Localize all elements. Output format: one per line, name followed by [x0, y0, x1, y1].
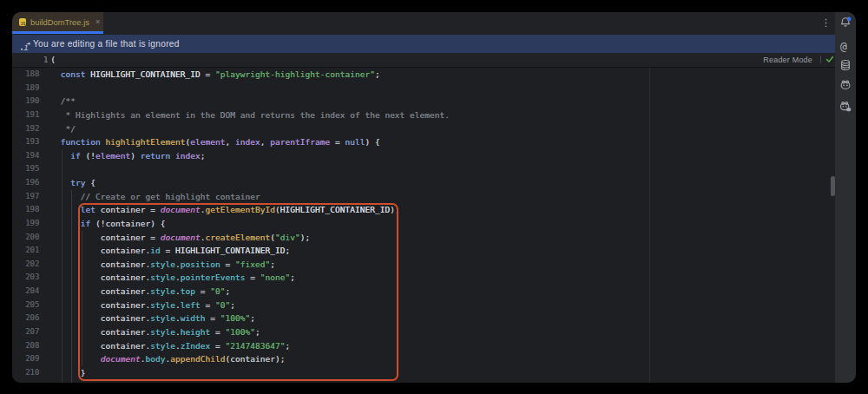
token: "div" — [275, 233, 300, 242]
token: = — [206, 313, 220, 323]
sticky-row: 1( — [12, 53, 836, 67]
token: container. — [50, 286, 150, 296]
token: // Create or get highlight container — [50, 192, 260, 201]
token: (! — [81, 151, 95, 161]
token: ; — [270, 259, 275, 269]
code-text: // Create or get highlight container — [50, 190, 260, 204]
code-line-208: 208 container.style.zIndex = "2147483647… — [12, 339, 836, 353]
token: (!container) { — [90, 219, 165, 228]
code-line-194: 194 if (!element) return index; — [12, 149, 836, 163]
robot-face-icon[interactable] — [839, 79, 852, 91]
token: (container); — [225, 354, 285, 364]
token: body — [146, 354, 166, 364]
robot-chat-icon[interactable] — [839, 101, 852, 113]
code-text: const HIGHLIGHT_CONTAINER_ID = "playwrig… — [50, 68, 379, 82]
code-text: container.style.position = "fixed"; — [50, 258, 275, 272]
reader-mode-widget[interactable]: Reader Mode — [763, 53, 834, 67]
token: container. — [50, 273, 150, 282]
token: "2147483647" — [226, 341, 286, 351]
indent-guide-col6 — [82, 231, 82, 366]
code-text: container.style.left = "0"; — [50, 299, 235, 312]
token: */ — [50, 124, 76, 134]
code-text: try { — [50, 176, 95, 190]
token: "none" — [260, 273, 291, 282]
token: "0" — [210, 286, 225, 296]
tab-close-icon[interactable]: × — [95, 18, 100, 26]
token: ) — [130, 151, 141, 161]
token: null — [345, 137, 365, 147]
token: style — [150, 327, 175, 337]
token: ; — [285, 246, 290, 255]
token: container. — [50, 246, 150, 255]
token: getElementById — [206, 205, 275, 214]
code-rows: 188 const HIGHLIGHT_CONTAINER_ID = "play… — [12, 68, 836, 379]
token: ); — [300, 233, 311, 242]
token: parentIframe — [270, 137, 330, 147]
token: createElement — [205, 233, 270, 242]
code-line-196: 196 try { — [12, 176, 836, 190]
editor-area[interactable]: 1( Reader Mode 188 const HIGHLIGHT_CONTA… — [12, 53, 836, 384]
code-line-190: 190 /** — [12, 95, 836, 108]
code-text: */ — [50, 122, 76, 136]
line-number: 197 — [12, 190, 40, 204]
widget-separator — [820, 56, 821, 63]
ignored-file-banner: i You are editing a file that is ignored — [12, 35, 836, 53]
token: = — [201, 69, 215, 79]
token: = — [330, 137, 345, 147]
right-tool-stripe: @ — [835, 12, 856, 383]
token: container. — [50, 259, 150, 269]
code-text: * Highlights an element in the DOM and r… — [50, 108, 450, 122]
line-number: 203 — [12, 271, 40, 285]
inspection-ok-icon[interactable] — [825, 56, 834, 63]
token: "fixed" — [235, 259, 270, 269]
token: if — [70, 151, 81, 161]
tab-builddomtree[interactable]: JS buildDomTree.js × — [12, 12, 103, 32]
sticky-line-code: ( — [50, 53, 56, 67]
token: , — [225, 137, 235, 147]
token: zIndex — [181, 341, 211, 351]
line-number: 210 — [12, 366, 40, 380]
tab-options-kebab-icon[interactable]: ⋮ — [820, 16, 832, 30]
token: style — [150, 286, 175, 296]
code-line-198: 198 let container = document.getElementB… — [12, 203, 836, 217]
token: document — [101, 354, 141, 364]
token: ; — [255, 327, 260, 337]
token: "100%" — [226, 327, 256, 337]
line-number: 207 — [12, 325, 40, 339]
token: left — [181, 300, 201, 310]
code-line-201: 201 container.id = HIGHLIGHT_CONTAINER_I… — [12, 244, 836, 258]
token: = — [210, 341, 225, 351]
token: pointerEvents — [181, 273, 246, 282]
database-icon[interactable] — [839, 59, 852, 71]
code-line-188: 188 const HIGHLIGHT_CONTAINER_ID = "play… — [12, 68, 836, 82]
code-line-209: 209 document.body.appendChild(container)… — [12, 352, 836, 366]
line-number: 188 — [12, 68, 40, 82]
right-margin-guide — [649, 68, 650, 383]
reader-mode-label: Reader Mode — [763, 56, 812, 64]
token: ; — [201, 151, 206, 161]
line-number: 196 — [12, 176, 40, 190]
token: = — [210, 327, 225, 337]
sticky-line: 1( Reader Mode — [12, 53, 836, 68]
ignored-file-info-icon: i — [20, 39, 32, 49]
token — [50, 354, 100, 364]
code-line-200: 200 container = document.createElement("… — [12, 231, 836, 245]
token: ; — [375, 69, 380, 79]
code-text: let container = document.getElementById(… — [50, 203, 399, 217]
token: style — [150, 313, 175, 323]
svg-text:@: @ — [840, 40, 847, 52]
code-line-199: 199 if (!container) { — [12, 217, 836, 231]
token: style — [150, 341, 175, 351]
token: = — [220, 259, 235, 269]
token: HIGHLIGHT_CONTAINER_ID — [175, 246, 285, 255]
js-icon-glyph: JS — [20, 21, 25, 26]
screenshot-root: { "tab": { "label": "buildDomTree.js", "… — [0, 0, 868, 394]
token: } — [50, 368, 85, 378]
code-text: container.id = HIGHLIGHT_CONTAINER_ID; — [50, 244, 290, 258]
token: style — [150, 273, 175, 282]
line-number: 190 — [12, 95, 40, 108]
notifications-bell-icon[interactable] — [839, 16, 852, 29]
ai-assistant-icon[interactable]: @ — [839, 40, 852, 52]
token: = — [245, 273, 260, 282]
svg-text:i: i — [23, 42, 29, 51]
